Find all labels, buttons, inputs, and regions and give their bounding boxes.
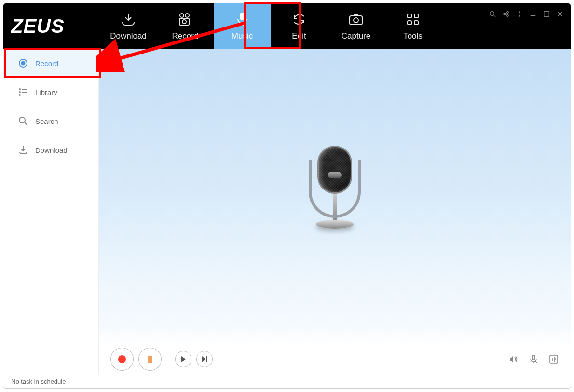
app-logo: ZEUS [3, 15, 100, 37]
waveform-icon[interactable] [548, 354, 559, 365]
sidebar-item-label: Search [35, 117, 58, 125]
svg-point-14 [507, 15, 509, 17]
svg-point-20 [22, 62, 25, 65]
tab-label: Music [232, 31, 253, 41]
svg-point-21 [19, 89, 20, 90]
svg-point-17 [519, 15, 520, 17]
tab-capture[interactable]: Capture [328, 3, 384, 49]
search-icon [18, 116, 28, 126]
tab-label: Record [172, 31, 199, 41]
pause-button[interactable] [138, 348, 162, 371]
sidebar-item-label: Record [35, 59, 58, 68]
svg-rect-27 [150, 356, 152, 363]
sidebar-item-library[interactable]: Library [3, 78, 98, 107]
sidebar-item-label: Download [35, 146, 68, 154]
svg-rect-4 [240, 13, 244, 20]
close-button[interactable] [556, 10, 564, 18]
main-area [99, 49, 571, 375]
svg-point-11 [490, 12, 494, 16]
download-icon [120, 11, 137, 27]
svg-rect-28 [206, 356, 207, 362]
svg-rect-26 [148, 356, 150, 363]
camera-icon [348, 11, 364, 27]
list-icon [18, 87, 28, 97]
tab-download[interactable]: Download [100, 3, 157, 49]
microphone-illustration [308, 146, 361, 247]
svg-point-3 [182, 20, 186, 24]
svg-point-1 [185, 14, 189, 17]
download-icon [18, 145, 28, 155]
svg-point-13 [507, 12, 509, 14]
svg-rect-8 [414, 14, 418, 18]
minimize-button[interactable] [529, 10, 537, 18]
share-icon[interactable] [502, 10, 510, 18]
svg-point-6 [354, 18, 358, 23]
svg-rect-29 [532, 355, 535, 360]
tab-label: Tools [403, 31, 423, 41]
status-text: No task in schedule [11, 378, 66, 385]
svg-point-25 [118, 355, 126, 363]
sidebar-item-label: Library [35, 88, 57, 96]
svg-rect-18 [544, 12, 549, 17]
app-body: Record Library Search Download [3, 49, 571, 375]
svg-point-23 [19, 95, 20, 95]
tab-label: Capture [342, 31, 370, 41]
app-window: ZEUS Download [3, 3, 571, 389]
maximize-button[interactable] [543, 10, 550, 18]
tab-label: Edit [292, 31, 306, 41]
sidebar-item-search[interactable]: Search [3, 107, 98, 135]
sidebar-item-download[interactable]: Download [3, 135, 98, 164]
sidebar-item-record[interactable]: Record [3, 49, 98, 78]
tab-record[interactable]: Record [157, 3, 214, 49]
recording-canvas [99, 49, 571, 344]
svg-rect-7 [408, 14, 411, 18]
player-utilities [508, 344, 559, 375]
status-bar: No task in schedule [3, 375, 571, 388]
refresh-icon [291, 11, 307, 27]
svg-rect-10 [414, 21, 418, 25]
top-header: ZEUS Download [3, 3, 571, 49]
radio-icon [18, 58, 28, 68]
tab-label: Download [110, 31, 147, 41]
tab-edit[interactable]: Edit [271, 3, 328, 49]
mic-settings-icon[interactable] [528, 354, 539, 365]
svg-rect-5 [350, 16, 362, 25]
next-button[interactable] [196, 351, 213, 367]
svg-point-12 [504, 13, 506, 15]
sidebar: Record Library Search Download [3, 49, 99, 375]
window-controls [489, 10, 564, 18]
svg-point-0 [180, 14, 184, 17]
svg-rect-30 [550, 355, 558, 363]
volume-icon[interactable] [508, 354, 519, 365]
svg-point-22 [19, 92, 20, 93]
menu-icon[interactable] [516, 10, 523, 18]
play-button[interactable] [175, 351, 191, 367]
video-camera-icon [177, 11, 193, 27]
tab-tools[interactable]: Tools [384, 3, 441, 49]
record-button[interactable] [110, 348, 134, 371]
svg-point-16 [519, 14, 520, 15]
search-icon[interactable] [489, 10, 496, 18]
svg-rect-9 [408, 21, 411, 25]
tab-music[interactable]: Music [214, 3, 271, 49]
microphone-icon [234, 11, 250, 27]
svg-point-15 [519, 11, 520, 13]
svg-point-24 [19, 117, 25, 123]
player-bar [99, 344, 571, 375]
grid-icon [405, 11, 421, 27]
